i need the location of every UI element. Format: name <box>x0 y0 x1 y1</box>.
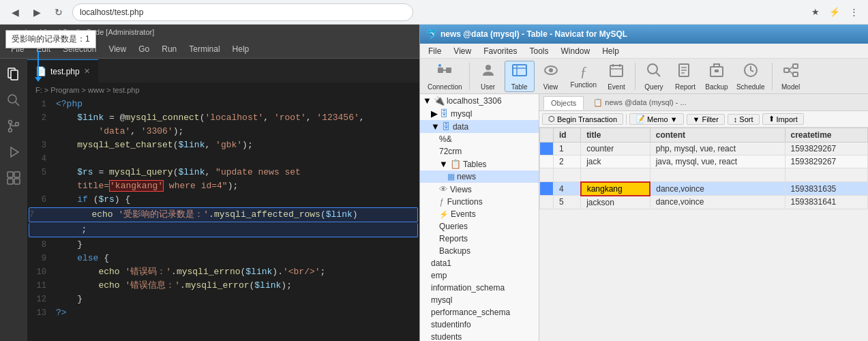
nav-menu-favorites[interactable]: Favorites <box>478 45 522 57</box>
tree-performance-schema[interactable]: performance_schema <box>420 306 539 318</box>
table-row[interactable]: 2 jack java, mysql, vue, react 159382926… <box>540 155 868 168</box>
filter-btn[interactable]: ▼ Filter <box>687 114 725 125</box>
col-header-id[interactable]: id <box>554 128 581 143</box>
tree-functions-icon: ƒ <box>439 197 444 207</box>
source-control-icon[interactable] <box>2 115 25 138</box>
tree-mysql[interactable]: ▶ 🗄 mysql <box>420 107 539 120</box>
menu-view[interactable]: View <box>103 42 132 56</box>
table-row[interactable]: 1 counter php, mysql, vue, react 1593829… <box>540 143 868 155</box>
tree-views[interactable]: 👁 Views <box>420 183 539 196</box>
toolbar-table[interactable]: Table <box>505 61 535 92</box>
cell-content-3[interactable] <box>650 168 785 182</box>
col-header-createtime[interactable]: createtime <box>785 128 868 143</box>
tab-objects[interactable]: Objects <box>543 96 584 110</box>
cell-id-5[interactable]: 5 <box>554 196 581 209</box>
tree-students[interactable]: students <box>420 331 539 341</box>
tree-localhost[interactable]: ▼ 🔌 localhost_3306 <box>420 94 539 107</box>
tree-data[interactable]: ▼ 🗄 data <box>420 120 539 133</box>
menu-run[interactable]: Run <box>156 42 182 56</box>
svg-point-16 <box>438 64 441 67</box>
menu-terminal[interactable]: Terminal <box>183 42 225 56</box>
memo-btn[interactable]: 📝 Memo ▼ <box>629 113 683 125</box>
popup-text: 受影响的记录数是：1 <box>12 34 90 44</box>
nav-menu-tools[interactable]: Tools <box>524 45 554 57</box>
tree-studentinfo[interactable]: studentinfo <box>420 318 539 331</box>
toolbar-backup-label: Backup <box>705 83 728 91</box>
nav-menu-window[interactable]: Window <box>556 45 596 57</box>
cell-title-5[interactable]: jackson <box>581 196 650 209</box>
bookmark-icon[interactable]: ★ <box>808 5 823 20</box>
tree-information-schema[interactable]: information_schema <box>420 282 539 294</box>
cell-title-1[interactable]: counter <box>581 143 650 155</box>
menu-help[interactable]: Help <box>227 42 255 56</box>
tree-backups[interactable]: Backups <box>420 245 539 257</box>
tree-queries[interactable]: Queries <box>420 220 539 233</box>
toolbar-backup[interactable]: Backup <box>702 61 732 92</box>
extensions-icon[interactable]: ⚡ <box>827 5 842 20</box>
cell-createtime-1[interactable]: 1593829267 <box>785 143 868 155</box>
explorer-icon[interactable] <box>2 63 25 86</box>
sort-btn[interactable]: ↕ Sort <box>728 114 760 125</box>
tree-events[interactable]: ⚡ Events <box>420 208 539 220</box>
tree-emp[interactable]: emp <box>420 269 539 282</box>
toolbar-model[interactable]: Model <box>776 61 806 92</box>
cell-id-2[interactable]: 2 <box>554 155 581 168</box>
back-button[interactable]: ◀ <box>7 4 23 20</box>
cell-createtime-3[interactable] <box>785 168 868 182</box>
cell-title-2[interactable]: jack <box>581 155 650 168</box>
tree-72crm[interactable]: 72crm <box>420 145 539 158</box>
toolbar-event[interactable]: Event <box>601 61 631 92</box>
begin-transaction-btn[interactable]: ⬡ Begin Transaction <box>542 113 623 125</box>
cell-content-2[interactable]: java, mysql, vue, react <box>650 155 785 168</box>
cell-id-1[interactable]: 1 <box>554 143 581 155</box>
cell-title-4[interactable]: kangkang <box>581 182 650 196</box>
forward-button[interactable]: ▶ <box>29 4 45 20</box>
code-editor[interactable]: 1 <?php 2 $link = @mysqli_connect('local… <box>27 98 419 341</box>
cell-id-4[interactable]: 4 <box>554 182 581 196</box>
address-bar[interactable] <box>72 3 413 21</box>
line-content-9: else { <box>53 252 419 265</box>
search-icon[interactable] <box>2 89 25 112</box>
vscode-panel: 受影响的记录数是：1 test.php - Visual Studio Code… <box>0 25 419 341</box>
table-row[interactable] <box>540 168 868 182</box>
cell-createtime-4[interactable]: 1593831635 <box>785 182 868 196</box>
cell-content-1[interactable]: php, mysql, vue, react <box>650 143 785 155</box>
cell-id-3[interactable] <box>554 168 581 182</box>
tree-data-label: data <box>453 122 468 132</box>
tree-functions[interactable]: ƒ Functions <box>420 196 539 208</box>
toolbar-report[interactable]: Report <box>670 61 700 92</box>
nav-menu-file[interactable]: File <box>423 45 447 57</box>
cell-content-4[interactable]: dance,voince <box>650 182 785 196</box>
refresh-button[interactable]: ↻ <box>50 4 67 20</box>
debug-icon[interactable] <box>2 140 25 164</box>
tree-data1[interactable]: data1 <box>420 257 539 269</box>
table-row-selected[interactable]: 4 kangkang dance,voince 1593831635 <box>540 182 868 196</box>
tree-reports[interactable]: Reports <box>420 233 539 245</box>
table-row[interactable]: 5 jackson dance,voince 1593831641 <box>540 196 868 209</box>
toolbar-connection[interactable]: Connection <box>424 61 466 92</box>
menu-icon[interactable]: ⋮ <box>846 5 861 20</box>
cell-createtime-2[interactable]: 1593829267 <box>785 155 868 168</box>
col-header-title[interactable]: title <box>581 128 650 143</box>
menu-go[interactable]: Go <box>133 42 155 56</box>
tree-percent[interactable]: %& <box>420 133 539 145</box>
tree-mysql2[interactable]: mysql <box>420 294 539 306</box>
toolbar-function[interactable]: ƒ Function <box>567 61 600 92</box>
col-header-content[interactable]: content <box>650 128 785 143</box>
cell-createtime-5[interactable]: 1593831641 <box>785 196 868 209</box>
extensions-icon[interactable] <box>2 166 25 190</box>
toolbar-view[interactable]: View <box>536 61 566 92</box>
cell-content-5[interactable]: dance,voince <box>650 196 785 209</box>
nav-menu-view[interactable]: View <box>448 45 477 57</box>
toolbar-schedule[interactable]: Schedule <box>733 61 768 92</box>
nav-menu-help[interactable]: Help <box>597 45 625 57</box>
svg-rect-38 <box>793 72 798 76</box>
tree-news[interactable]: ▦ news <box>420 170 539 183</box>
tab-news-table[interactable]: 📋 news @data (mysql) - ... <box>586 96 693 109</box>
toolbar-user[interactable]: User <box>473 61 503 92</box>
tab-close-button[interactable]: ✕ <box>84 67 90 76</box>
cell-title-3[interactable] <box>581 168 650 182</box>
toolbar-query[interactable]: Query <box>639 61 669 92</box>
import-btn[interactable]: ⬆ Import <box>762 113 804 125</box>
tree-tables[interactable]: ▼ 📋 Tables <box>420 158 539 170</box>
